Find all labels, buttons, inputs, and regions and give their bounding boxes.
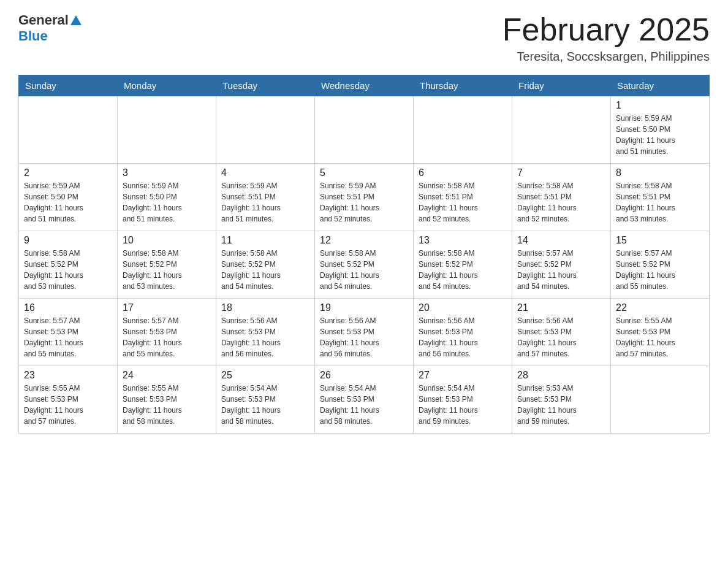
header-day-sunday: Sunday [19,75,118,96]
calendar-cell: 11Sunrise: 5:58 AM Sunset: 5:52 PM Dayli… [216,231,315,299]
day-info: Sunrise: 5:56 AM Sunset: 5:53 PM Dayligh… [419,315,507,359]
day-number: 24 [123,370,211,381]
calendar-cell: 5Sunrise: 5:59 AM Sunset: 5:51 PM Daylig… [315,164,414,231]
svg-marker-0 [70,15,82,25]
day-number: 16 [24,302,112,313]
day-info: Sunrise: 5:57 AM Sunset: 5:52 PM Dayligh… [616,248,704,292]
week-row-5: 23Sunrise: 5:55 AM Sunset: 5:53 PM Dayli… [19,366,710,434]
day-number: 10 [123,235,211,246]
day-info: Sunrise: 5:56 AM Sunset: 5:53 PM Dayligh… [517,315,605,359]
calendar-cell: 2Sunrise: 5:59 AM Sunset: 5:50 PM Daylig… [19,164,118,231]
header-row: SundayMondayTuesdayWednesdayThursdayFrid… [19,75,710,96]
calendar-cell: 12Sunrise: 5:58 AM Sunset: 5:52 PM Dayli… [315,231,414,299]
day-info: Sunrise: 5:59 AM Sunset: 5:50 PM Dayligh… [24,180,112,224]
calendar-table: SundayMondayTuesdayWednesdayThursdayFrid… [18,75,710,434]
calendar-cell [414,96,512,164]
day-number: 5 [320,167,408,178]
logo-general-text: General [18,12,69,28]
day-info: Sunrise: 5:59 AM Sunset: 5:51 PM Dayligh… [221,180,309,224]
day-number: 27 [419,370,507,381]
day-info: Sunrise: 5:59 AM Sunset: 5:50 PM Dayligh… [123,180,211,224]
day-info: Sunrise: 5:57 AM Sunset: 5:52 PM Dayligh… [517,248,605,292]
week-row-3: 9Sunrise: 5:58 AM Sunset: 5:52 PM Daylig… [19,231,710,299]
day-info: Sunrise: 5:54 AM Sunset: 5:53 PM Dayligh… [419,383,507,427]
calendar-title: February 2025 [502,12,710,47]
day-number: 20 [419,302,507,313]
day-info: Sunrise: 5:58 AM Sunset: 5:52 PM Dayligh… [320,248,408,292]
calendar-cell: 13Sunrise: 5:58 AM Sunset: 5:52 PM Dayli… [414,231,512,299]
calendar-cell [118,96,216,164]
day-number: 9 [24,235,112,246]
day-number: 18 [221,302,309,313]
calendar-cell: 20Sunrise: 5:56 AM Sunset: 5:53 PM Dayli… [414,299,512,366]
day-info: Sunrise: 5:59 AM Sunset: 5:50 PM Dayligh… [616,113,704,157]
calendar-cell [512,96,611,164]
calendar-cell: 26Sunrise: 5:54 AM Sunset: 5:53 PM Dayli… [315,366,414,434]
day-number: 22 [616,302,704,313]
day-number: 15 [616,235,704,246]
day-info: Sunrise: 5:56 AM Sunset: 5:53 PM Dayligh… [221,315,309,359]
day-number: 21 [517,302,605,313]
calendar-cell: 9Sunrise: 5:58 AM Sunset: 5:52 PM Daylig… [19,231,118,299]
day-info: Sunrise: 5:58 AM Sunset: 5:52 PM Dayligh… [419,248,507,292]
day-info: Sunrise: 5:58 AM Sunset: 5:52 PM Dayligh… [24,248,112,292]
day-info: Sunrise: 5:55 AM Sunset: 5:53 PM Dayligh… [616,315,704,359]
day-number: 26 [320,370,408,381]
day-number: 14 [517,235,605,246]
day-info: Sunrise: 5:55 AM Sunset: 5:53 PM Dayligh… [24,383,112,427]
day-info: Sunrise: 5:58 AM Sunset: 5:52 PM Dayligh… [221,248,309,292]
calendar-cell [611,366,710,434]
calendar-cell: 27Sunrise: 5:54 AM Sunset: 5:53 PM Dayli… [414,366,512,434]
calendar-cell: 3Sunrise: 5:59 AM Sunset: 5:50 PM Daylig… [118,164,216,231]
calendar-cell: 16Sunrise: 5:57 AM Sunset: 5:53 PM Dayli… [19,299,118,366]
calendar-cell: 23Sunrise: 5:55 AM Sunset: 5:53 PM Dayli… [19,366,118,434]
header-day-tuesday: Tuesday [216,75,315,96]
day-info: Sunrise: 5:57 AM Sunset: 5:53 PM Dayligh… [24,315,112,359]
day-number: 23 [24,370,112,381]
calendar-cell: 17Sunrise: 5:57 AM Sunset: 5:53 PM Dayli… [118,299,216,366]
day-number: 1 [616,100,704,111]
day-number: 17 [123,302,211,313]
day-info: Sunrise: 5:59 AM Sunset: 5:51 PM Dayligh… [320,180,408,224]
header-day-wednesday: Wednesday [315,75,414,96]
day-number: 12 [320,235,408,246]
calendar-cell: 6Sunrise: 5:58 AM Sunset: 5:51 PM Daylig… [414,164,512,231]
day-number: 8 [616,167,704,178]
calendar-cell: 15Sunrise: 5:57 AM Sunset: 5:52 PM Dayli… [611,231,710,299]
day-info: Sunrise: 5:58 AM Sunset: 5:51 PM Dayligh… [419,180,507,224]
day-number: 28 [517,370,605,381]
calendar-body: 1Sunrise: 5:59 AM Sunset: 5:50 PM Daylig… [19,96,710,434]
calendar-cell: 22Sunrise: 5:55 AM Sunset: 5:53 PM Dayli… [611,299,710,366]
day-number: 4 [221,167,309,178]
calendar-cell: 4Sunrise: 5:59 AM Sunset: 5:51 PM Daylig… [216,164,315,231]
calendar-cell: 19Sunrise: 5:56 AM Sunset: 5:53 PM Dayli… [315,299,414,366]
calendar-cell: 10Sunrise: 5:58 AM Sunset: 5:52 PM Dayli… [118,231,216,299]
day-info: Sunrise: 5:55 AM Sunset: 5:53 PM Dayligh… [123,383,211,427]
calendar-cell: 25Sunrise: 5:54 AM Sunset: 5:53 PM Dayli… [216,366,315,434]
calendar-cell: 21Sunrise: 5:56 AM Sunset: 5:53 PM Dayli… [512,299,611,366]
day-info: Sunrise: 5:58 AM Sunset: 5:51 PM Dayligh… [616,180,704,224]
week-row-4: 16Sunrise: 5:57 AM Sunset: 5:53 PM Dayli… [19,299,710,366]
calendar-cell [315,96,414,164]
calendar-cell: 28Sunrise: 5:53 AM Sunset: 5:53 PM Dayli… [512,366,611,434]
day-info: Sunrise: 5:57 AM Sunset: 5:53 PM Dayligh… [123,315,211,359]
calendar-header: SundayMondayTuesdayWednesdayThursdayFrid… [19,75,710,96]
day-number: 25 [221,370,309,381]
week-row-1: 1Sunrise: 5:59 AM Sunset: 5:50 PM Daylig… [19,96,710,164]
day-info: Sunrise: 5:58 AM Sunset: 5:52 PM Dayligh… [123,248,211,292]
calendar-cell: 18Sunrise: 5:56 AM Sunset: 5:53 PM Dayli… [216,299,315,366]
logo-arrow-icon [70,15,82,28]
day-info: Sunrise: 5:53 AM Sunset: 5:53 PM Dayligh… [517,383,605,427]
day-info: Sunrise: 5:58 AM Sunset: 5:51 PM Dayligh… [517,180,605,224]
day-number: 13 [419,235,507,246]
day-number: 2 [24,167,112,178]
day-number: 11 [221,235,309,246]
logo-blue-text: Blue [18,28,48,44]
calendar-cell: 1Sunrise: 5:59 AM Sunset: 5:50 PM Daylig… [611,96,710,164]
calendar-cell: 7Sunrise: 5:58 AM Sunset: 5:51 PM Daylig… [512,164,611,231]
calendar-cell: 8Sunrise: 5:58 AM Sunset: 5:51 PM Daylig… [611,164,710,231]
header-day-thursday: Thursday [414,75,512,96]
day-number: 3 [123,167,211,178]
calendar-cell [216,96,315,164]
header-day-monday: Monday [118,75,216,96]
